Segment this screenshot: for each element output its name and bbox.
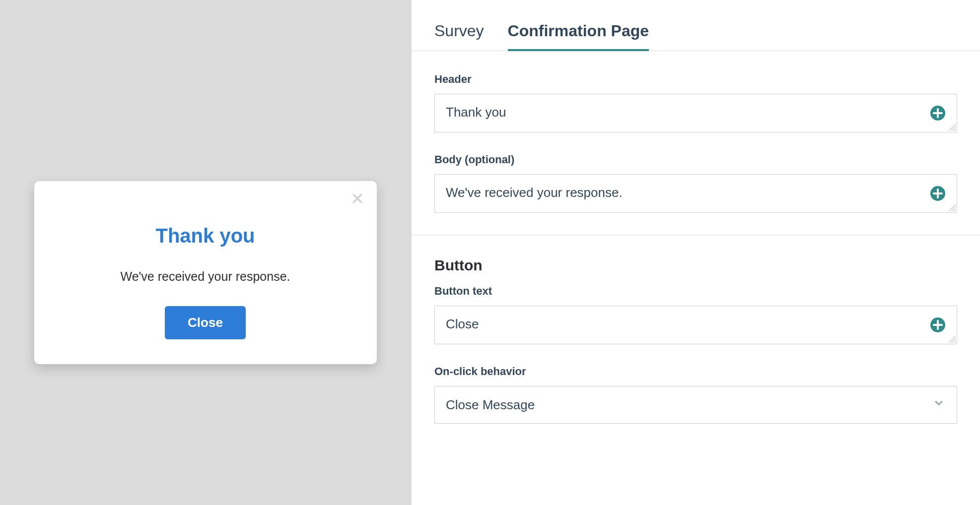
button-text-input-wrapper: [434, 306, 957, 344]
tab-survey[interactable]: Survey: [434, 22, 484, 51]
close-icon[interactable]: [349, 190, 366, 207]
modal-close-button[interactable]: Close: [165, 306, 246, 339]
editor-tabs: Survey Confirmation Page: [412, 0, 980, 51]
onclick-field-row: On-click behavior Close Message: [434, 365, 957, 424]
confirmation-modal: Thank you We've received your response. …: [34, 181, 377, 364]
onclick-selected-value: Close Message: [446, 397, 535, 413]
onclick-label: On-click behavior: [434, 365, 957, 378]
modal-body-text: We've received your response.: [48, 269, 363, 284]
plus-icon[interactable]: [930, 105, 946, 121]
header-field-row: Header: [434, 73, 957, 132]
chevron-down-icon: [933, 397, 945, 413]
modal-title: Thank you: [48, 225, 363, 247]
button-section-title: Button: [434, 257, 957, 274]
body-label: Body (optional): [434, 153, 957, 166]
button-section: Button Button text On-click behavior Clo…: [412, 235, 980, 445]
onclick-select[interactable]: Close Message: [434, 386, 957, 424]
plus-icon[interactable]: [930, 186, 946, 201]
button-text-label: Button text: [434, 285, 957, 298]
header-input-wrapper: [434, 94, 957, 132]
body-field-row: Body (optional): [434, 153, 957, 213]
preview-pane: Thank you We've received your response. …: [0, 0, 411, 505]
header-input[interactable]: [435, 94, 957, 132]
button-text-field-row: Button text: [434, 285, 957, 344]
body-input-wrapper: [434, 174, 957, 213]
header-label: Header: [434, 73, 957, 86]
editor-pane: Survey Confirmation Page Header Body (op…: [411, 0, 980, 505]
app-root: Thank you We've received your response. …: [0, 0, 980, 505]
content-section: Header Body (optional): [412, 51, 980, 235]
body-input[interactable]: [435, 175, 957, 212]
plus-icon[interactable]: [930, 317, 946, 333]
tab-confirmation-page[interactable]: Confirmation Page: [508, 22, 649, 51]
button-text-input[interactable]: [435, 306, 957, 344]
